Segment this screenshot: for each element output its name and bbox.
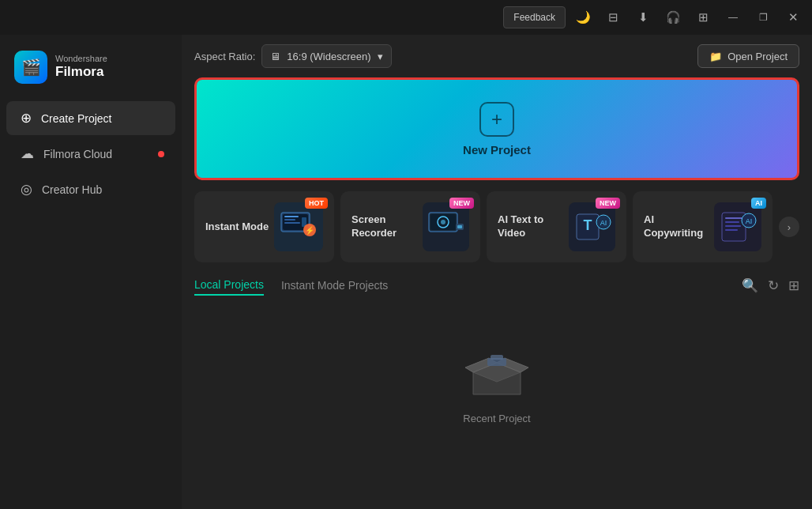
new-project-banner[interactable]: + New Project	[194, 77, 799, 180]
tool-badge-new: NEW	[449, 198, 474, 209]
tool-badge-hot: HOT	[305, 198, 328, 209]
feedback-button[interactable]: Feedback	[503, 6, 566, 28]
svg-point-11	[441, 220, 445, 224]
tab-local-projects[interactable]: Local Projects	[194, 275, 264, 296]
svg-rect-13	[457, 225, 462, 228]
open-project-button[interactable]: 📁 Open Project	[697, 44, 799, 68]
aspect-ratio-label: Aspect Ratio:	[194, 51, 255, 62]
svg-rect-22	[725, 229, 738, 231]
screen-icon[interactable]: ⊟	[600, 5, 626, 30]
tab-actions: 🔍 ↻ ⊞	[742, 277, 799, 294]
ai-copywriting-img: AI	[714, 202, 761, 251]
search-icon[interactable]: 🔍	[742, 277, 758, 294]
new-project-inner: + New Project	[463, 102, 531, 156]
screen-recorder-img	[423, 202, 469, 251]
sidebar-item-label: Create Project	[41, 112, 111, 125]
titlebar: Feedback 🌙 ⊟ ⬇ 🎧 ⊞ — ❐ ✕	[0, 0, 812, 35]
svg-rect-20	[725, 221, 739, 223]
brand-name: Filmora	[55, 64, 107, 80]
sidebar: 🎬 Wondershare Filmora ⊕ Create Project ☁…	[0, 35, 182, 509]
brand-top: Wondershare	[55, 54, 107, 64]
chevron-down-icon: ▾	[378, 51, 383, 62]
sidebar-item-creator-hub[interactable]: ◎ Creator Hub	[6, 172, 175, 206]
tab-instant-mode-projects[interactable]: Instant Mode Projects	[281, 276, 388, 295]
support-icon[interactable]: 🎧	[660, 5, 686, 30]
app-body: 🎬 Wondershare Filmora ⊕ Create Project ☁…	[0, 35, 812, 509]
tools-scroll-next[interactable]: ›	[779, 217, 799, 237]
logo-icon: 🎬	[14, 51, 47, 84]
tool-card-ai-copywriting[interactable]: AI Copywriting AI AI	[633, 191, 773, 262]
folder-icon: 📁	[709, 51, 722, 62]
tool-name: Screen Recorder	[351, 213, 423, 240]
sidebar-item-label: Creator Hub	[42, 183, 102, 196]
minimize-button[interactable]: —	[720, 5, 746, 30]
ai-text-video-img: T AI	[569, 202, 615, 251]
projects-tabs: Local Projects Instant Mode Projects 🔍 ↻…	[194, 275, 799, 296]
logo-text: Wondershare Filmora	[55, 54, 107, 81]
svg-text:T: T	[583, 217, 592, 233]
svg-text:AI: AI	[600, 219, 607, 227]
empty-label: Recent Project	[463, 413, 530, 424]
projects-section: Local Projects Instant Mode Projects 🔍 ↻…	[194, 275, 799, 424]
tool-badge-ai: AI	[751, 198, 766, 209]
svg-rect-21	[725, 225, 741, 227]
tool-name: AI Text to Video	[498, 213, 569, 240]
sidebar-logo: 🎬 Wondershare Filmora	[0, 43, 182, 100]
aspect-ratio-dropdown[interactable]: 🖥 16:9 (Widescreen) ▾	[261, 44, 391, 68]
tool-badge-new2: NEW	[596, 198, 620, 209]
svg-rect-19	[725, 217, 742, 219]
empty-state: Recent Project	[194, 308, 799, 424]
aspect-ratio-group: Aspect Ratio: 🖥 16:9 (Widescreen) ▾	[194, 44, 392, 68]
grid-icon[interactable]: ⊞	[690, 5, 716, 30]
monitor-icon: 🖥	[270, 51, 280, 62]
cloud-icon: ☁	[21, 145, 34, 162]
svg-rect-30	[491, 355, 503, 360]
main-content: Aspect Ratio: 🖥 16:9 (Widescreen) ▾ 📁 Op…	[182, 35, 812, 509]
tool-name: AI Copywriting	[644, 213, 714, 240]
create-project-icon: ⊕	[21, 110, 32, 126]
tool-card-ai-text-video[interactable]: AI Text to Video NEW T AI	[487, 191, 626, 262]
sidebar-item-label: Filmora Cloud	[43, 148, 112, 160]
tool-name: Instant Mode	[205, 221, 269, 234]
svg-text:AI: AI	[746, 217, 753, 225]
tool-card-instant-mode[interactable]: Instant Mode HOT ⚡	[194, 191, 334, 262]
empty-box-icon	[457, 332, 536, 403]
sidebar-item-create-project[interactable]: ⊕ Create Project	[6, 101, 175, 135]
svg-rect-3	[284, 219, 295, 221]
svg-rect-4	[284, 222, 300, 224]
theme-toggle-icon[interactable]: 🌙	[570, 5, 596, 30]
svg-rect-2	[284, 216, 299, 217]
download-icon[interactable]: ⬇	[630, 5, 656, 30]
top-bar: Aspect Ratio: 🖥 16:9 (Widescreen) ▾ 📁 Op…	[194, 44, 799, 68]
instant-mode-img: ⚡	[274, 202, 323, 251]
tools-row: Instant Mode HOT ⚡ Screen R	[194, 191, 799, 262]
notification-dot	[158, 151, 164, 157]
close-button[interactable]: ✕	[780, 5, 806, 30]
new-project-label: New Project	[463, 143, 531, 156]
refresh-icon[interactable]: ↻	[768, 277, 779, 294]
grid-view-icon[interactable]: ⊞	[788, 277, 799, 294]
maximize-button[interactable]: ❐	[750, 5, 776, 30]
new-project-plus-icon: +	[479, 102, 514, 137]
creator-hub-icon: ◎	[21, 181, 32, 198]
sidebar-item-filmora-cloud[interactable]: ☁ Filmora Cloud	[6, 137, 175, 171]
tool-card-screen-recorder[interactable]: Screen Recorder NEW	[340, 191, 480, 262]
svg-text:⚡: ⚡	[305, 225, 315, 236]
aspect-ratio-value: 16:9 (Widescreen)	[287, 51, 370, 62]
